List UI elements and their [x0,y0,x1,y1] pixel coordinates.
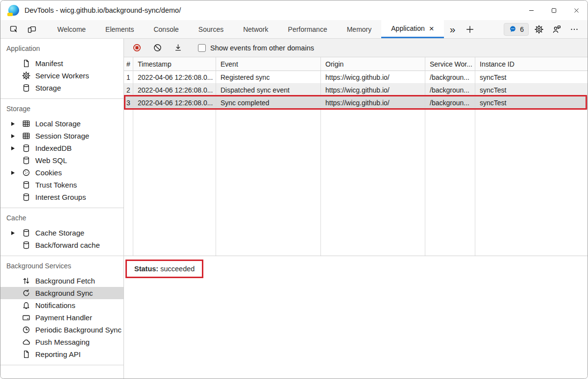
expand-arrow-icon[interactable] [11,122,15,126]
sidebar-item-session-storage[interactable]: Session Storage [0,130,123,142]
activity-bubble-icon [509,25,517,33]
close-button[interactable] [565,0,588,20]
tab-performance[interactable]: Performance [278,20,337,38]
activity-badge[interactable]: 6 [504,23,529,36]
column-header[interactable]: Service Wor... [425,60,475,68]
tab-label: Console [153,25,178,33]
more-tabs-button[interactable]: » [444,20,462,38]
gear-icon [22,71,31,80]
record-button[interactable] [129,41,144,55]
column-header[interactable]: Timestamp [133,60,216,68]
sidebar-section: Background Services Background Fetch Bac… [0,256,123,365]
sidebar-section: Storage Local Storage Session Storage In… [0,99,123,208]
sidebar-item-indexeddb[interactable]: IndexedDB [0,142,123,154]
events-table: #TimestampEventOriginService Wor...Insta… [124,57,588,256]
column-header[interactable]: # [124,60,133,68]
expand-arrow-icon[interactable] [11,134,15,138]
tab-memory[interactable]: Memory [337,20,382,38]
maximize-button[interactable] [542,0,565,20]
sidebar-item-service-workers[interactable]: Service Workers [0,70,123,82]
column-header[interactable]: Origin [320,60,425,68]
add-tab-button[interactable] [461,20,479,38]
cell-timestamp: 2022-04-06 12:26:08.0... [133,86,216,94]
sidebar-item-label: Manifest [35,59,63,68]
clear-events-button[interactable] [150,41,165,55]
sidebar-item-label: Cache Storage [35,229,84,237]
sidebar-item-cookies[interactable]: Cookies [0,166,123,179]
sidebar-item-label: Web SQL [35,156,67,165]
table-icon [22,131,31,141]
sidebar-item-background-fetch[interactable]: Background Fetch [0,275,123,287]
tab-welcome[interactable]: Welcome [48,20,96,38]
column-header[interactable]: Event [216,60,320,68]
table-icon [22,119,31,128]
database-icon [22,228,31,237]
feedback-button[interactable] [549,22,564,37]
cell-origin: https://wicg.github.io/ [320,86,425,94]
event-details-pane: Status: succeeded [124,256,588,379]
sidebar-item-reporting-api[interactable]: Reporting API [0,348,123,360]
sidebar-item-interest-groups[interactable]: Interest Groups [0,191,123,203]
sidebar-item-label: Background Sync [35,289,93,297]
devtools-window: DevTools - wicg.github.io/background-syn… [0,0,588,379]
sidebar-item-periodic-background-sync[interactable]: Periodic Background Sync [0,324,123,336]
file-icon [22,350,31,359]
window-title: DevTools - wicg.github.io/background-syn… [24,6,181,14]
sidebar-item-push-messaging[interactable]: Push Messaging [0,336,123,348]
device-toolbar-button[interactable] [23,20,41,38]
tab-elements[interactable]: Elements [96,20,144,38]
sidebar-item-storage[interactable]: Storage [0,82,123,94]
cell-timestamp: 2022-04-06 12:26:08.0... [133,99,216,107]
status-label: Status: [134,265,158,273]
sidebar-item-background-sync[interactable]: Background Sync [0,287,123,299]
column-divider [475,57,475,256]
settings-gear-button[interactable] [532,22,546,37]
status-value: succeeded [160,265,195,273]
cell-event: Registered sync [216,73,320,81]
tab-console[interactable]: Console [144,20,188,38]
database-icon [22,192,31,202]
tab-network[interactable]: Network [233,20,278,38]
sidebar-item-web-sql[interactable]: Web SQL [0,154,123,166]
expand-arrow-icon[interactable] [11,146,15,150]
event-row[interactable]: 12022-04-06 12:26:08.0...Registered sync… [124,71,588,84]
sidebar-item-notifications[interactable]: Notifications [0,299,123,311]
sidebar-section: Cache Cache Storage Back/forward cache [0,208,123,256]
tab-close-icon[interactable]: × [429,24,434,33]
sidebar-item-label: Push Messaging [35,338,90,346]
tab-sources[interactable]: Sources [189,20,233,38]
tabbar-right-cluster: 6 [504,20,588,38]
event-row[interactable]: 32022-04-06 12:26:08.0...Sync completedh… [124,96,588,109]
save-events-button[interactable] [171,41,185,55]
edge-beta-logo-icon [8,5,19,16]
tab-label: Elements [105,25,134,33]
cell-event: Sync completed [216,99,320,107]
sidebar-item-label: Reporting API [35,350,81,358]
column-divider [133,57,133,256]
tab-application[interactable]: Application × [381,20,443,38]
show-other-domains-checkbox[interactable] [198,44,206,52]
cloud-icon [22,337,31,347]
sidebar-item-manifest[interactable]: Manifest [0,57,123,70]
column-divider [425,57,425,256]
sidebar-item-label: Storage [35,84,61,92]
sidebar-item-back-forward-cache[interactable]: Back/forward cache [0,239,123,251]
tab-label: Memory [347,25,372,33]
sidebar-section-header: Application [0,39,123,54]
inspect-element-button[interactable] [5,20,23,38]
sidebar-item-local-storage[interactable]: Local Storage [0,118,123,130]
sidebar-item-trust-tokens[interactable]: Trust Tokens [0,179,123,191]
sidebar-item-cache-storage[interactable]: Cache Storage [0,227,123,239]
titlebar: DevTools - wicg.github.io/background-syn… [0,0,588,20]
expand-arrow-icon[interactable] [11,231,15,235]
expand-arrow-icon[interactable] [11,171,15,175]
event-row[interactable]: 22022-04-06 12:26:08.0...Dispatched sync… [124,84,588,96]
database-icon [22,156,31,165]
cell-event: Dispatched sync event [216,86,320,94]
column-header[interactable]: Instance ID [475,60,588,68]
activity-badge-count: 6 [520,25,524,33]
cell-num: 3 [124,99,133,107]
sidebar-item-payment-handler[interactable]: Payment Handler [0,311,123,324]
more-options-button[interactable] [567,22,582,37]
minimize-button[interactable] [520,0,542,20]
